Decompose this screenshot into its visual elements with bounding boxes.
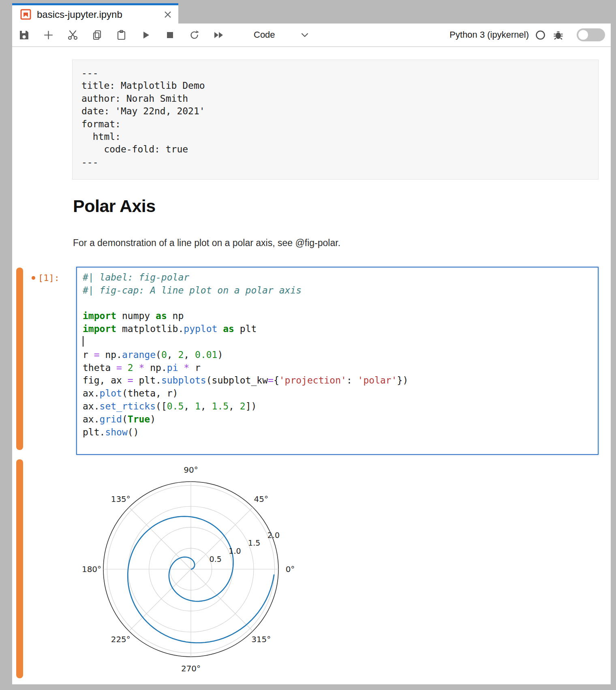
polar-chart: 0°45°90°135°180°225°270°315°0.51.01.52.0	[77, 456, 304, 683]
execution-prompt: [1]:	[32, 273, 60, 283]
svg-text:225°: 225°	[111, 634, 130, 644]
copy-button[interactable]	[92, 30, 103, 41]
restart-kernel-button[interactable]	[189, 30, 200, 41]
save-button[interactable]	[19, 30, 30, 41]
stop-button[interactable]	[165, 30, 175, 41]
simple-interface-toggle[interactable]	[577, 28, 605, 41]
close-icon[interactable]	[163, 10, 173, 19]
code-line: ax.grid(True)	[83, 413, 592, 426]
notebook-file-icon	[20, 9, 31, 20]
markdown-paragraph: For a demonstration of a line plot on a …	[73, 238, 340, 249]
svg-text:180°: 180°	[82, 564, 101, 574]
run-all-button[interactable]	[213, 30, 224, 41]
notebook-tab[interactable]: basics-jupyter.ipynb	[12, 3, 178, 24]
svg-text:45°: 45°	[254, 494, 268, 504]
yaml-text: --- title: Matplotlib Demo author: Norah…	[81, 67, 589, 169]
text-cursor	[83, 336, 83, 347]
code-line: fig, ax = plt.subplots(subplot_kw={'proj…	[83, 374, 592, 387]
output-cell-indicator-bar[interactable]	[16, 459, 23, 678]
svg-text:1.0: 1.0	[229, 546, 241, 555]
yaml-frontmatter-cell[interactable]: --- title: Matplotlib Demo author: Norah…	[72, 60, 599, 180]
svg-text:0°: 0°	[286, 564, 295, 574]
svg-text:315°: 315°	[251, 634, 271, 644]
execution-dot-icon	[32, 276, 35, 280]
code-line: theta = 2 * np.pi * r	[83, 362, 592, 375]
kernel-status-icon	[535, 30, 545, 40]
cut-button[interactable]	[67, 30, 78, 41]
code-line: ax.set_rticks([0.5, 1, 1.5, 2])	[83, 400, 592, 413]
execution-count: [1]:	[38, 273, 60, 283]
cell-type-dropdown[interactable]: Code	[254, 30, 275, 40]
code-line: import numpy as np	[83, 310, 592, 323]
polar-plot-output: 0°45°90°135°180°225°270°315°0.51.01.52.0	[77, 456, 304, 683]
code-line	[83, 336, 592, 349]
kernel-name[interactable]: Python 3 (ipykernel)	[449, 30, 529, 40]
svg-text:90°: 90°	[184, 465, 198, 475]
code-line: ax.plot(theta, r)	[83, 387, 592, 400]
notebook-content: --- title: Matplotlib Demo author: Norah…	[12, 47, 611, 684]
svg-text:1.5: 1.5	[248, 538, 260, 547]
svg-text:270°: 270°	[181, 664, 201, 673]
markdown-heading: Polar Axis	[73, 196, 156, 216]
paste-button[interactable]	[116, 30, 127, 41]
tab-title: basics-jupyter.ipynb	[37, 9, 163, 20]
code-line: #| label: fig-polar	[83, 271, 592, 284]
insert-cell-button[interactable]	[43, 30, 54, 41]
code-cell-indicator-bar[interactable]	[16, 268, 23, 450]
chevron-down-icon[interactable]	[300, 30, 309, 39]
debugger-bug-icon[interactable]	[553, 30, 564, 41]
run-button[interactable]	[140, 30, 151, 41]
code-line: #| fig-cap: A line plot on a polar axis	[83, 284, 592, 297]
code-line: plt.show()	[83, 426, 592, 439]
notebook-toolbar: Code Python 3 (ipykernel)	[12, 24, 611, 47]
code-cell-editor[interactable]: #| label: fig-polar#| fig-cap: A line pl…	[76, 267, 599, 455]
jupyterlab-window: basics-jupyter.ipynb	[0, 0, 616, 690]
code-line: import matplotlib.pyplot as plt	[83, 323, 592, 336]
svg-text:0.5: 0.5	[210, 555, 222, 564]
code-line	[83, 297, 592, 310]
code-line: r = np.arange(0, 2, 0.01)	[83, 349, 592, 362]
svg-text:2.0: 2.0	[267, 531, 280, 540]
svg-text:135°: 135°	[111, 494, 130, 504]
toggle-knob	[578, 30, 588, 40]
